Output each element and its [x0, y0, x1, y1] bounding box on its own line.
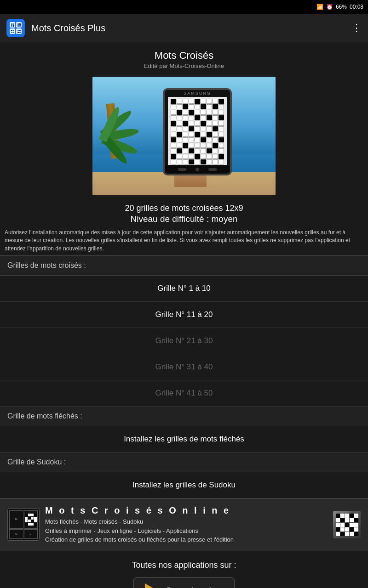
app-bar-title: Mots Croisés Plus — [31, 23, 351, 34]
svg-rect-13 — [13, 30, 14, 31]
google-play-section: Toutes nos applications sur : Google pla… — [0, 551, 368, 588]
sudoku-section-header: Grille de Sudoku : — [0, 452, 368, 472]
status-bar: 📶 ⏰ 66% 00:08 — [0, 0, 368, 14]
grid-31-40-item: Grille N° 31 à 40 — [0, 354, 368, 380]
app-header: Mots Croisés Edité par Mots-Croises-Onli… — [0, 42, 368, 72]
google-play-text: Google play — [164, 585, 223, 588]
fleche-section-header: Grille de mots fléchés : — [0, 407, 368, 426]
grid-1-10-item[interactable]: Grille N° 1 à 10 — [0, 276, 368, 302]
signal-icon: 📶 — [316, 4, 323, 10]
google-play-label: Toutes nos applications sur : — [0, 560, 368, 570]
footer-right-decoration — [333, 511, 361, 538]
auto-install-notice: Autorisez l'installation automatique des… — [0, 226, 368, 255]
footer-line-2: Grilles à imprimer - Jeux en ligne - Log… — [45, 526, 328, 536]
svg-rect-19 — [19, 32, 21, 33]
svg-rect-4 — [11, 23, 12, 25]
svg-rect-11 — [19, 25, 21, 27]
crossword-section-header: Grilles de mots croisés : — [0, 256, 368, 276]
app-name: Mots Croisés — [0, 50, 368, 62]
battery-text: 66% — [336, 4, 347, 10]
editor-label: Edité par Mots-Croises-Online — [0, 62, 368, 69]
svg-rect-15 — [13, 32, 14, 33]
app-bar: Mots Croisés Plus ⋮ — [0, 14, 368, 42]
svg-rect-5 — [13, 23, 14, 25]
footer-line-1: Mots fléchés - Mots croisés - Sudoku — [45, 517, 328, 526]
svg-rect-10 — [17, 25, 19, 27]
difficulty-level: Niveau de difficulté : moyen — [5, 214, 363, 224]
banner-image: SAMSUNG — [92, 77, 276, 195]
google-play-button[interactable]: Google play — [133, 577, 235, 588]
svg-rect-8 — [17, 23, 19, 25]
svg-rect-7 — [13, 25, 14, 27]
footer-brand-title: M o t s C r o i s é s O n l i n e — [45, 505, 328, 516]
grid-41-50-item: Grille N° 41 à 50 — [0, 380, 368, 407]
install-fleche-item[interactable]: Installez les grilles de mots fléchés — [0, 426, 368, 452]
footer-line-3: Création de grilles de mots croisés ou f… — [45, 535, 328, 544]
grid-21-30-item: Grille N° 21 à 30 — [0, 328, 368, 354]
description-section: 20 grilles de mots croisées 12x9 Niveau … — [0, 200, 368, 226]
svg-rect-9 — [19, 23, 21, 25]
play-icon — [145, 583, 160, 588]
svg-rect-6 — [11, 25, 12, 27]
svg-rect-14 — [11, 32, 12, 33]
svg-rect-16 — [17, 30, 19, 31]
install-sudoku-item[interactable]: Installez les grilles de Sudoku — [0, 472, 368, 498]
alarm-icon: ⏰ — [326, 4, 333, 10]
svg-rect-18 — [17, 32, 19, 33]
footer-banner: M O L M o t s C r o i s é s O n l i n e … — [0, 498, 368, 551]
svg-rect-17 — [19, 30, 21, 31]
footer-logo: M O L — [7, 509, 40, 541]
grid-count: 20 grilles de mots croisées 12x9 — [5, 204, 363, 213]
menu-button[interactable]: ⋮ — [351, 22, 362, 34]
svg-rect-12 — [11, 30, 12, 31]
main-content: Mots Croisés Edité par Mots-Croises-Onli… — [0, 42, 368, 588]
time-display: 00:08 — [350, 4, 363, 10]
app-icon — [6, 19, 25, 37]
footer-text: M o t s C r o i s é s O n l i n e Mots f… — [45, 505, 328, 544]
grid-11-20-item[interactable]: Grille N° 11 à 20 — [0, 302, 368, 328]
